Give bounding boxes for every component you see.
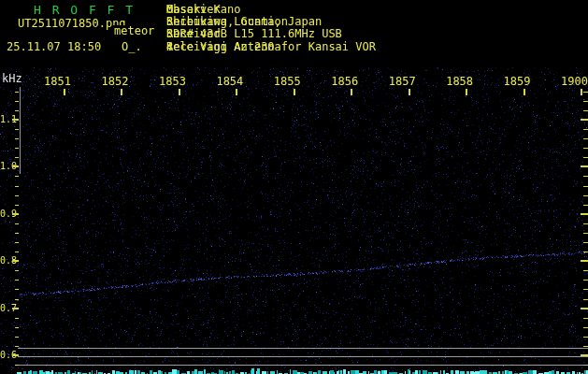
y-axis-tick-right [583, 205, 588, 206]
x-axis-label: 1900 [557, 76, 588, 87]
carrier-line [18, 348, 588, 349]
y-axis-tick-left [15, 129, 19, 130]
x-axis-label: 1859 [500, 76, 531, 87]
y-axis-tick-left [12, 308, 19, 309]
status-indicator: O_. [122, 41, 142, 52]
y-axis-tick-left [15, 205, 19, 206]
y-axis-tick-left [15, 223, 19, 224]
hrofft-screenshot: H R O F F T UT2511071850.png meteor 25.1… [0, 0, 588, 374]
y-axis-tick-right [583, 129, 588, 130]
station-name: meteor [113, 25, 154, 36]
y-axis-tick-right [583, 101, 588, 102]
y-axis-label: 1.1 [0, 115, 13, 124]
carrier-line [18, 365, 588, 366]
output-filename: UT2511071850.png [18, 18, 126, 29]
x-axis-tick [121, 89, 122, 95]
y-axis-tick-left [15, 327, 19, 328]
y-axis-tick-left [15, 110, 19, 111]
y-axis-tick-right [583, 186, 588, 187]
y-axis-tick-left [15, 299, 19, 300]
y-axis-tick-left [15, 252, 19, 252]
y-axis-tick-left [15, 318, 19, 319]
y-axis-tick-right [583, 299, 588, 300]
y-axis-tick-right [583, 157, 588, 158]
x-axis-tick [64, 89, 65, 95]
y-axis-tick-right [581, 119, 588, 121]
y-axis-tick-right [583, 148, 588, 149]
x-axis-tick [466, 89, 467, 95]
x-axis-label: 1854 [212, 76, 243, 87]
y-axis-tick-left [15, 101, 19, 102]
x-axis-label: 1851 [40, 76, 71, 87]
y-axis-tick-left [12, 260, 19, 262]
x-axis-label: 1857 [385, 76, 416, 87]
info-value: Masaki Kano [166, 4, 240, 15]
x-axis-label: 1858 [442, 76, 473, 87]
y-axis-tick-left [15, 148, 19, 149]
y-axis-tick-left [15, 138, 19, 139]
y-axis-tick-right [583, 280, 588, 280]
y-axis-label: 0.6 [0, 351, 13, 360]
x-axis-label: 1853 [155, 76, 186, 87]
y-axis-tick-left [15, 280, 19, 280]
y-axis-tick-right [583, 252, 588, 252]
y-axis-tick-right [583, 289, 588, 290]
y-axis-tick-right [581, 260, 588, 262]
y-axis-tick-left [15, 176, 19, 177]
y-axis-tick-left [15, 242, 19, 243]
y-axis-tick-left [12, 213, 19, 215]
x-axis-tick [236, 89, 237, 95]
x-axis-label: 1856 [327, 76, 358, 87]
y-axis-tick-right [583, 223, 588, 224]
y-axis-tick-left [15, 337, 19, 338]
y-axis-tick-right [583, 92, 588, 93]
y-axis-tick-right [583, 346, 588, 347]
y-axis-label: 0.7 [0, 304, 13, 313]
x-axis-label: 1855 [270, 76, 301, 87]
y-axis-tick-right [581, 213, 588, 215]
app-title: H R O F F T [34, 4, 135, 16]
timestamp: 25.11.07 18:50 [7, 41, 101, 52]
y-axis-tick-right [583, 242, 588, 243]
x-axis-tick [294, 89, 295, 95]
y-axis-tick-left [15, 92, 19, 93]
y-axis-tick-left [15, 186, 19, 187]
info-value: SDR# 43dB L15 111.6MHz USB [166, 28, 342, 39]
y-axis-unit-label: kHz [2, 73, 22, 84]
y-axis-tick-right [583, 318, 588, 319]
y-axis-tick-left [12, 119, 19, 121]
x-axis-label: 1852 [97, 76, 128, 87]
y-axis-tick-left [15, 346, 19, 347]
y-axis-tick-left [15, 289, 19, 290]
y-axis-tick-right [583, 195, 588, 196]
y-axis-tick-left [15, 270, 19, 271]
y-axis-tick-right [583, 233, 588, 234]
y-axis-tick-right [583, 270, 588, 271]
y-axis-label: 0.9 [0, 209, 13, 219]
vertical-edge-line [20, 87, 21, 174]
x-axis-tick [409, 89, 410, 95]
y-axis-tick-left [15, 157, 19, 158]
carrier-line [18, 356, 588, 357]
x-axis-tick [523, 89, 525, 95]
y-axis-tick-right [583, 327, 588, 328]
x-axis-tick [581, 89, 582, 95]
x-axis-tick [351, 89, 352, 95]
y-axis-label: 1.0 [0, 162, 13, 171]
y-axis-tick-right [581, 308, 588, 309]
y-axis-label: 0.8 [0, 256, 13, 266]
y-axis-tick-right [583, 176, 588, 177]
y-axis-tick-left [15, 233, 19, 234]
y-axis-tick-left [12, 165, 19, 167]
y-axis-tick-right [581, 165, 588, 167]
x-axis-tick [179, 89, 180, 95]
info-value: Shibukawa, Gunma, Japan [166, 16, 322, 27]
spectrogram-noise-canvas [0, 0, 588, 374]
y-axis-tick-right [583, 138, 588, 139]
y-axis-tick-right [583, 110, 588, 111]
y-axis-tick-right [583, 337, 588, 338]
info-value: 4ele Yagi Az 230 for Kansai VOR [166, 41, 376, 52]
y-axis-tick-left [15, 195, 19, 196]
